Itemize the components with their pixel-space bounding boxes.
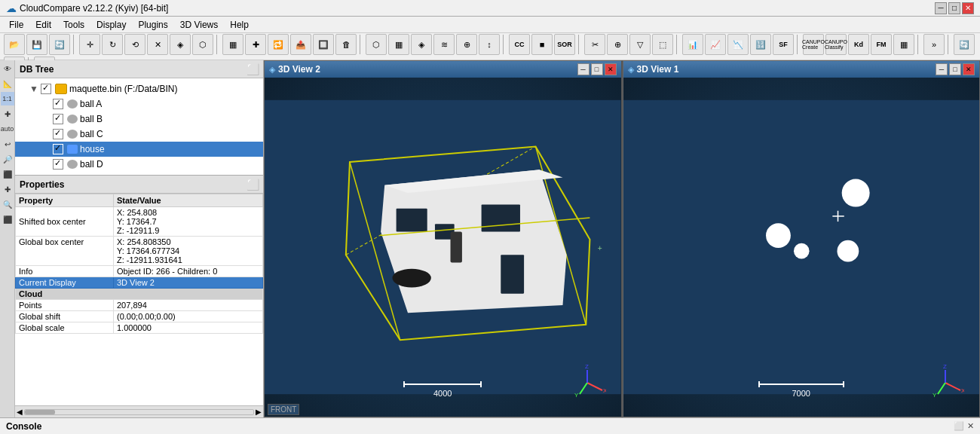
icon-zoom[interactable]: 🔍 <box>1 197 14 211</box>
console-maximize-btn[interactable]: ⬜ <box>954 421 964 431</box>
label-ball-a: ball A <box>80 99 102 109</box>
close-button[interactable]: ✕ <box>962 2 974 14</box>
view3d-2-minimize[interactable]: ─ <box>577 63 590 75</box>
toolbar-rect[interactable]: 🔲 <box>313 34 334 55</box>
toolbar-chart[interactable]: 📊 <box>682 34 703 55</box>
properties-maximize[interactable]: ⬜ <box>247 179 259 191</box>
sep3 <box>360 35 363 54</box>
prop-row-points: Points 207,894 <box>16 300 263 311</box>
check-house[interactable] <box>53 144 63 154</box>
scroll-right[interactable]: ▶ <box>256 408 262 416</box>
menu-help[interactable]: Help <box>224 18 255 32</box>
toolbar-sf[interactable]: SF <box>773 34 794 55</box>
toolbar-target[interactable]: ⊕ <box>607 34 628 55</box>
house-icon <box>67 145 78 154</box>
icon-add[interactable]: ✚ <box>1 182 14 196</box>
tree-root[interactable]: ▼ maquette.bin (F:/Data/BIN) <box>15 81 263 96</box>
icon-plus[interactable]: ✚ <box>1 107 14 121</box>
tree-item-ball-d[interactable]: ball D <box>15 157 263 172</box>
console-close-btn[interactable]: ✕ <box>967 421 974 431</box>
toolbar-translate[interactable]: ✛ <box>79 34 100 55</box>
toolbar-refresh[interactable]: 🔄 <box>49 34 70 55</box>
view3d-1-maximize[interactable]: □ <box>949 63 961 75</box>
h-scrollbar[interactable]: ◀ ▶ <box>15 405 263 417</box>
icon-auto[interactable]: auto <box>1 122 14 136</box>
tree-expand-root[interactable]: ▼ <box>29 84 39 94</box>
icon-box[interactable]: ⬛ <box>1 212 14 226</box>
view3d-2-maximize[interactable]: □ <box>591 63 603 75</box>
check-ball-a[interactable] <box>53 99 63 109</box>
menu-edit[interactable]: Edit <box>29 18 57 32</box>
toolbar-cross[interactable]: ✚ <box>245 34 266 55</box>
toolbar-plus2[interactable]: ⊕ <box>456 34 477 55</box>
toolbar-special1[interactable]: 🔄 <box>954 34 975 55</box>
tree-item-ball-c[interactable]: ball C <box>15 127 263 142</box>
toolbar-up[interactable]: 📈 <box>705 34 726 55</box>
expand-d <box>41 159 51 170</box>
toolbar-export[interactable]: 📤 <box>290 34 311 55</box>
tree-item-ball-a[interactable]: ball A <box>15 96 263 112</box>
toolbar-canupo1[interactable]: CANUPOCreate <box>803 34 824 55</box>
check-ball-c[interactable] <box>53 129 63 139</box>
toolbar-grid2[interactable]: ▦ <box>388 34 409 55</box>
toolbar-lines[interactable]: ≋ <box>433 34 455 55</box>
toolbar-trash[interactable]: 🗑 <box>335 34 357 55</box>
toolbar-more[interactable]: » <box>923 34 945 55</box>
scale-bar-2: 4000 <box>403 381 482 398</box>
tree-item-house[interactable]: house <box>15 142 263 157</box>
toolbar-loop[interactable]: 🔁 <box>268 34 289 55</box>
check-ball-b[interactable] <box>53 114 63 124</box>
toolbar-fm[interactable]: FM <box>871 34 892 55</box>
toolbar-kd[interactable]: Kd <box>848 34 869 55</box>
toolbar-delete[interactable]: ✕ <box>147 34 168 55</box>
minimize-button[interactable]: ─ <box>935 2 947 14</box>
icon-search[interactable]: 🔎 <box>1 152 14 166</box>
toolbar-rotate[interactable]: ↻ <box>102 34 123 55</box>
toolbar-grid3[interactable]: ▦ <box>893 34 914 55</box>
properties-table-container: Property State/Value Shifted box center … <box>15 194 263 405</box>
toolbar-box[interactable]: ⬚ <box>652 34 673 55</box>
toolbar-scale2[interactable]: ⟲ <box>124 34 145 55</box>
toolbar-mesh[interactable]: ⬡ <box>192 34 213 55</box>
menu-3dviews[interactable]: 3D Views <box>174 18 224 32</box>
scroll-thumb[interactable] <box>25 410 55 414</box>
icon-scale[interactable]: 1:1 <box>1 92 14 105</box>
svg-point-24 <box>793 243 809 259</box>
tree-item-ball-b[interactable]: ball B <box>15 112 263 127</box>
svg-line-28 <box>945 383 960 390</box>
icon-ruler[interactable]: 📐 <box>1 77 14 90</box>
toolbar-down[interactable]: 📉 <box>727 34 749 55</box>
menu-plugins[interactable]: Plugins <box>132 18 173 32</box>
view3d-1-minimize[interactable]: ─ <box>936 63 948 75</box>
scroll-left[interactable]: ◀ <box>17 408 23 416</box>
label-ball-c: ball C <box>80 129 103 139</box>
tree-check-root[interactable] <box>41 84 51 94</box>
toolbar-hex[interactable]: ⬡ <box>366 34 387 55</box>
toolbar-save[interactable]: 💾 <box>26 34 47 55</box>
toolbar-canupo2[interactable]: CANUPOClassify <box>825 34 847 55</box>
menu-file[interactable]: File <box>3 18 29 32</box>
check-ball-d[interactable] <box>53 159 63 170</box>
toolbar-num[interactable]: 🔢 <box>750 34 771 55</box>
scroll-track[interactable] <box>24 409 254 415</box>
toolbar-diamond[interactable]: ◈ <box>411 34 432 55</box>
prop-key-global: Global box center <box>16 237 114 266</box>
toolbar-triangle[interactable]: ▽ <box>629 34 651 55</box>
menu-tools[interactable]: Tools <box>57 18 90 32</box>
icon-eye[interactable]: 👁 <box>1 62 14 75</box>
toolbar-sample[interactable]: ◈ <box>170 34 191 55</box>
toolbar-open[interactable]: 📂 <box>4 34 25 55</box>
toolbar-updown[interactable]: ↕ <box>479 34 500 55</box>
view3d-2-close[interactable]: ✕ <box>605 63 617 75</box>
maximize-button[interactable]: □ <box>948 2 960 14</box>
view3d-1-close[interactable]: ✕ <box>963 63 975 75</box>
toolbar-scissors[interactable]: ✂ <box>584 34 605 55</box>
icon-square[interactable]: ⬛ <box>1 167 14 181</box>
toolbar-sor[interactable]: SOR <box>554 34 575 55</box>
toolbar-square[interactable]: ■ <box>531 34 553 55</box>
dbtree-maximize[interactable]: ⬜ <box>247 63 259 75</box>
icon-back[interactable]: ↩ <box>1 137 14 151</box>
toolbar-grid[interactable]: ▦ <box>222 34 243 55</box>
menu-display[interactable]: Display <box>90 18 132 32</box>
toolbar-cc[interactable]: CC <box>509 34 530 55</box>
